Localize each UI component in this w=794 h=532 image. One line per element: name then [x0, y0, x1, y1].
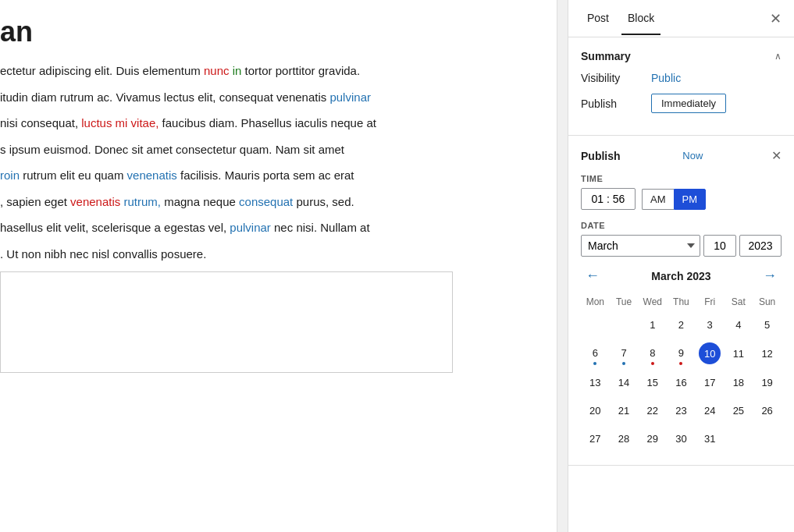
calendar-day-2[interactable]: 2	[667, 310, 696, 339]
calendar-day-13[interactable]: 13	[581, 368, 610, 396]
inline-link-4: luctus mi vitae,	[81, 116, 158, 129]
time-input[interactable]	[581, 188, 636, 210]
calendar-week-3: 13 14 15 16 17 18 19	[581, 368, 782, 396]
paragraph-2: itudin diam rutrum ac. Vivamus lectus el…	[0, 87, 549, 108]
now-link[interactable]: Now	[682, 150, 703, 161]
calendar-day-empty	[581, 310, 610, 339]
calendar-day-9[interactable]: 9	[667, 339, 696, 368]
paragraph-1: ectetur adipiscing elit. Duis elementum …	[0, 61, 549, 81]
calendar-day-21[interactable]: 21	[610, 396, 639, 424]
calendar-nav: ← March 2023 →	[581, 266, 782, 286]
summary-header: Summary ∧	[581, 50, 782, 62]
inline-link-3: pulvinar	[329, 90, 371, 104]
paragraph-4: s ipsum euismod. Donec sit amet consecte…	[0, 140, 549, 160]
visibility-row: Visibility Public	[581, 72, 782, 84]
summary-title: Summary	[581, 50, 631, 62]
inline-link-6: venenatis	[127, 168, 177, 182]
tab-block[interactable]: Block	[621, 2, 660, 35]
content-text: ectetur adipiscing elit. Duis elementum …	[0, 61, 549, 373]
calendar-prev-button[interactable]: ←	[581, 266, 604, 286]
calendar: ← March 2023 → Mon Tue Wed Thu Fri Sat S…	[581, 266, 782, 452]
am-button[interactable]: AM	[642, 189, 674, 210]
calendar-week-2: 6 7 8 9 10 11 12	[581, 339, 782, 368]
calendar-next-button[interactable]: →	[758, 266, 782, 286]
calendar-day-31[interactable]: 31	[696, 424, 725, 452]
calendar-day-3[interactable]: 3	[696, 310, 725, 339]
calendar-day-25[interactable]: 25	[725, 396, 753, 424]
publish-immediately-button[interactable]: Immediately	[651, 94, 726, 113]
publish-panel-close-icon[interactable]: ✕	[771, 148, 782, 163]
weekday-sat: Sat	[725, 293, 753, 310]
inline-link-5: roin	[0, 168, 20, 182]
inline-link-8: rutrum,	[123, 195, 161, 208]
calendar-day-20[interactable]: 20	[581, 396, 610, 424]
time-label: TIME	[581, 174, 782, 183]
inline-link-9: consequat	[239, 195, 293, 208]
calendar-day-24[interactable]: 24	[696, 396, 725, 424]
calendar-day-26[interactable]: 26	[753, 396, 782, 424]
weekday-thu: Thu	[667, 293, 696, 310]
calendar-weekdays: Mon Tue Wed Thu Fri Sat Sun	[581, 293, 782, 310]
calendar-day-10[interactable]: 10	[696, 339, 725, 368]
paragraph-8: . Ut non nibh nec nisl convallis posuere…	[0, 244, 549, 264]
date-label: DATE	[581, 221, 782, 230]
weekday-fri: Fri	[696, 293, 725, 310]
calendar-day-23[interactable]: 23	[667, 396, 696, 424]
calendar-day-empty	[753, 424, 782, 452]
calendar-day-4[interactable]: 4	[725, 310, 753, 339]
paragraph-3: nisi consequat, luctus mi vitae, faucibu…	[0, 113, 549, 133]
summary-section: Summary ∧ Visibility Public Publish Imme…	[568, 37, 794, 136]
calendar-day-29[interactable]: 29	[638, 424, 667, 452]
publish-label: Publish	[581, 98, 651, 110]
summary-chevron-icon[interactable]: ∧	[774, 51, 782, 62]
calendar-day-19[interactable]: 19	[753, 368, 782, 396]
publish-panel-header: Publish Now ✕	[581, 148, 782, 163]
calendar-body: 1 2 3 4 5 6 7 8 9 10 11 12	[581, 310, 782, 452]
calendar-day-6[interactable]: 6	[581, 339, 610, 368]
calendar-day-28[interactable]: 28	[610, 424, 639, 452]
scrollbar[interactable]	[557, 0, 568, 532]
empty-content-block	[0, 271, 453, 373]
content-area: an ectetur adipiscing elit. Duis element…	[0, 0, 557, 532]
calendar-week-5: 27 28 29 30 31	[581, 424, 782, 452]
calendar-day-7[interactable]: 7	[610, 339, 639, 368]
calendar-week-4: 20 21 22 23 24 25 26	[581, 396, 782, 424]
am-pm-group: AM PM	[642, 189, 706, 210]
publish-panel-title: Publish	[581, 150, 621, 162]
calendar-day-12[interactable]: 12	[753, 339, 782, 368]
inline-link-1: nunc	[204, 64, 230, 77]
inline-link-2: in	[233, 64, 242, 77]
weekday-wed: Wed	[638, 293, 667, 310]
tab-post[interactable]: Post	[581, 2, 615, 35]
paragraph-5: roin rutrum elit eu quam venenatis facil…	[0, 165, 549, 186]
calendar-day-22[interactable]: 22	[638, 396, 667, 424]
calendar-week-1: 1 2 3 4 5	[581, 310, 782, 339]
paragraph-7: hasellus elit velit, scelerisque a egest…	[0, 218, 549, 238]
calendar-day-11[interactable]: 11	[725, 339, 753, 368]
inline-link-7: venenatis	[70, 195, 120, 208]
visibility-value[interactable]: Public	[651, 72, 681, 84]
year-input[interactable]	[739, 235, 782, 257]
sidebar-close-icon[interactable]: ✕	[770, 12, 782, 26]
calendar-day-5[interactable]: 5	[753, 310, 782, 339]
calendar-day-empty	[610, 310, 639, 339]
pm-button[interactable]: PM	[674, 189, 707, 210]
calendar-day-14[interactable]: 14	[610, 368, 639, 396]
weekday-tue: Tue	[610, 293, 639, 310]
sidebar-tabs: Post Block ✕	[568, 0, 794, 37]
calendar-day-30[interactable]: 30	[667, 424, 696, 452]
day-input[interactable]	[703, 235, 736, 257]
calendar-day-18[interactable]: 18	[725, 368, 753, 396]
date-row: January February March April May June Ju…	[581, 235, 782, 257]
calendar-grid: Mon Tue Wed Thu Fri Sat Sun 1 2	[581, 293, 782, 452]
calendar-day-8[interactable]: 8	[638, 339, 667, 368]
calendar-day-17[interactable]: 17	[696, 368, 725, 396]
calendar-day-27[interactable]: 27	[581, 424, 610, 452]
visibility-label: Visibility	[581, 72, 651, 84]
weekday-mon: Mon	[581, 293, 610, 310]
calendar-day-empty	[725, 424, 753, 452]
month-select[interactable]: January February March April May June Ju…	[581, 235, 700, 257]
calendar-day-16[interactable]: 16	[667, 368, 696, 396]
calendar-day-15[interactable]: 15	[638, 368, 667, 396]
calendar-day-1[interactable]: 1	[638, 310, 667, 339]
